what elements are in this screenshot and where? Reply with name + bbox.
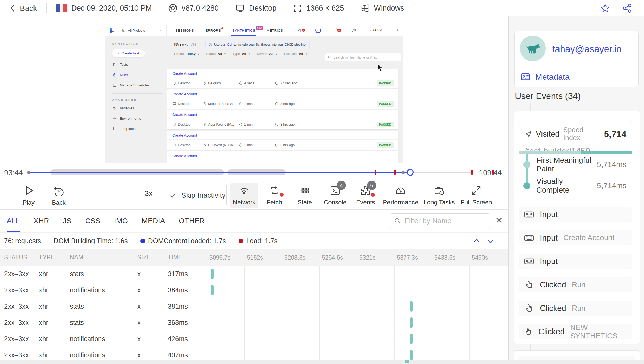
filter-dropdown[interactable]: Location All ∨ xyxy=(284,52,307,56)
user-event-row[interactable]: Input xyxy=(519,254,632,269)
test-search-input[interactable] xyxy=(333,55,398,59)
events-panel-button[interactable]: 6 Events xyxy=(351,183,380,208)
visited-event-card[interactable]: Visited Speed Index 5,714 /test-builder/… xyxy=(519,121,632,195)
search-icon xyxy=(328,55,331,59)
network-request-row[interactable]: 2xx–3xx xhr notifications x 426ms xyxy=(0,331,508,347)
performance-panel-button[interactable]: Performance xyxy=(384,183,418,208)
back-button[interactable]: Back xyxy=(10,4,37,13)
clock-icon xyxy=(275,81,279,85)
run-card[interactable]: Create Account Desktop Middle East (Ba..… xyxy=(167,89,398,109)
network-tab[interactable]: XHR xyxy=(33,210,49,232)
run-status-badge: PASSED xyxy=(377,122,394,127)
network-tab[interactable]: MEDIA xyxy=(142,210,165,232)
request-size: x xyxy=(137,319,168,327)
click-pointer-icon xyxy=(524,280,534,290)
network-tab[interactable]: ALL xyxy=(7,210,20,232)
location-pin-icon xyxy=(203,143,207,147)
sidebar-item-manage-schedules[interactable]: Manage Schedules xyxy=(113,83,169,87)
create-test-button[interactable]: + Create Test xyxy=(112,49,145,57)
bottom-scrollbar-track[interactable] xyxy=(0,360,644,364)
fetch-icon xyxy=(269,185,280,196)
network-tab[interactable]: OTHER xyxy=(179,210,205,232)
rewind-10-icon: 10 xyxy=(53,185,65,196)
filter-dropdown[interactable]: Type All ∨ xyxy=(233,52,250,56)
notifications-button[interactable]: 10 xyxy=(331,28,342,33)
network-filter-input[interactable] xyxy=(405,217,486,225)
network-request-row[interactable]: 2xx–3xx xhr stats x 317ms xyxy=(0,266,508,282)
playhead-handle[interactable] xyxy=(407,169,414,176)
request-time: 426ms xyxy=(168,335,207,343)
column-header: STATUS xyxy=(4,254,39,261)
network-tab[interactable]: IMG xyxy=(114,210,128,232)
metadata-button[interactable]: Metadata xyxy=(520,72,570,82)
settings-button[interactable] xyxy=(348,28,360,33)
run-test-name-link[interactable]: Create Account xyxy=(167,110,398,119)
sidebar-item-runs[interactable]: Runs xyxy=(113,73,169,77)
state-grid-icon xyxy=(299,185,310,196)
project-selector[interactable]: All Projects ∨ xyxy=(122,29,163,32)
playback-speed-button[interactable]: 3x xyxy=(145,189,153,198)
run-card[interactable]: Create Account Desktop Asia Pacific (M..… xyxy=(167,110,398,129)
request-time: 368ms xyxy=(168,319,207,327)
filter-dropdown[interactable]: Device All ∨ xyxy=(257,52,277,56)
run-test-name-link[interactable]: Create Account xyxy=(167,89,398,98)
back-10s-button[interactable]: 10 Back xyxy=(45,183,73,208)
user-event-row[interactable]: Input xyxy=(519,207,632,222)
long-tasks-panel-button[interactable]: Long Tasks xyxy=(422,183,456,208)
run-test-name-link[interactable]: Create Account xyxy=(167,151,398,160)
jump-up-icon[interactable] xyxy=(472,237,481,245)
network-panel-button[interactable]: Network xyxy=(230,183,258,208)
user-event-row[interactable]: Clicked Run xyxy=(519,301,632,316)
app-tab-sessions[interactable]: SESSIONS xyxy=(175,25,194,36)
share-icon[interactable] xyxy=(622,3,632,13)
sidebar-item-environments[interactable]: Environments xyxy=(113,116,169,120)
close-panel-icon[interactable]: ✕ xyxy=(495,215,503,226)
jump-down-icon[interactable] xyxy=(486,237,495,245)
request-type: xhr xyxy=(39,351,70,359)
network-tab[interactable]: CSS xyxy=(85,210,100,232)
network-request-row[interactable]: 2xx–3xx xhr notifications x 384ms xyxy=(0,282,508,298)
country-flag-icon xyxy=(56,4,67,12)
full-screen-button[interactable]: Full Screen xyxy=(459,183,493,208)
app-tab-synthetics[interactable]: SYNTHETICSNEW xyxy=(232,25,255,36)
run-card[interactable]: Create Account Desktop US West (N. Cal..… xyxy=(167,131,398,150)
request-timing-bar xyxy=(410,301,413,312)
fetch-panel-button[interactable]: Fetch xyxy=(260,183,289,208)
run-location: Asia Pacific (M... xyxy=(203,122,239,126)
run-test-name-link[interactable]: Create Account xyxy=(167,131,398,140)
filter-dropdown[interactable]: Period Today ∨ xyxy=(174,52,199,56)
run-test-name-link[interactable]: Create Account xyxy=(167,69,398,78)
runs-count: 76 xyxy=(190,42,196,48)
user-event-row[interactable]: Input Create Account xyxy=(519,230,632,245)
user-event-row[interactable]: Clicked Run xyxy=(519,277,632,292)
fetch-alert-dot xyxy=(280,193,284,197)
state-panel-button[interactable]: State xyxy=(291,183,319,208)
app-tab-errors[interactable]: ERRORS xyxy=(205,25,221,36)
filter-dropdown[interactable]: Status All ∨ xyxy=(206,52,226,56)
run-card[interactable]: Create Account Desktop Canada (Central..… xyxy=(167,151,398,163)
sidebar-item-tests[interactable]: Tests xyxy=(113,62,169,67)
run-card[interactable]: Create Account Desktop Belgium xyxy=(167,69,398,88)
play-button[interactable]: Play xyxy=(14,183,43,208)
more-menu-button[interactable]: ⋮ xyxy=(392,28,403,33)
skip-inactivity-toggle[interactable]: Skip Inactivity xyxy=(169,181,225,210)
sidebar-item-variables[interactable]: Variables xyxy=(113,106,169,110)
console-panel-button[interactable]: 4 Console xyxy=(321,183,349,208)
network-request-row[interactable]: 2xx–3xx xhr stats x 381ms xyxy=(0,298,508,315)
event-action: Input xyxy=(540,210,558,219)
network-request-row[interactable]: 2xx–3xx xhr stats x 368ms xyxy=(0,315,508,331)
chevron-left-icon xyxy=(10,4,16,13)
event-action: Clicked xyxy=(540,304,566,313)
sidebar-item-templates[interactable]: Templates xyxy=(113,127,169,131)
timeline-track[interactable] xyxy=(28,172,472,173)
announcements-button[interactable]: 1 xyxy=(294,28,306,33)
divider xyxy=(163,185,163,205)
app-user-menu[interactable]: KRAIEM xyxy=(366,29,386,32)
app-tab-metrics[interactable]: METRICS xyxy=(267,25,283,36)
favorite-star-icon[interactable] xyxy=(600,3,610,13)
cli-link[interactable]: CLI xyxy=(227,43,232,46)
user-event-list: Input Input Create Account Input xyxy=(519,207,632,348)
network-tab[interactable]: JS xyxy=(63,210,72,232)
timeline-red-marker xyxy=(492,170,494,175)
user-event-row[interactable]: Clicked NEW SYNTHETICS xyxy=(519,324,632,339)
